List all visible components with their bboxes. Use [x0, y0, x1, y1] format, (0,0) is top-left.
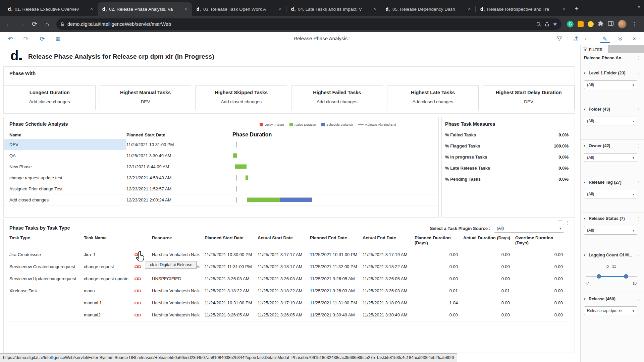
release-link-icon[interactable] [135, 301, 141, 306]
tab-close-icon[interactable]: × [89, 6, 94, 12]
redo-icon[interactable]: ↷ [21, 35, 30, 43]
phase-name-cell[interactable]: QA [4, 150, 126, 161]
phase-task-measures-panel: Phase Task Measures % Failed Tasks 0.0% … [441, 117, 575, 218]
section-title: Phase Tasks by Task Type [9, 225, 70, 231]
extensions-puzzle-icon[interactable] [598, 20, 604, 28]
phase-schedule-panel: Phase Schedule Analysis Delay In Start A… [3, 117, 439, 218]
card-longest-duration[interactable]: Longest Duration Add closed changes [4, 85, 96, 110]
release-status-select[interactable]: (All) ▾ [584, 226, 637, 235]
section-menu-icon[interactable]: ⋮ [636, 107, 642, 112]
phase-name-cell[interactable]: New Phase [4, 161, 126, 172]
tab-late-tasks-impact[interactable]: d 04. Late Tasks and its Impact. V × [286, 2, 381, 16]
bookmark-star-icon[interactable]: ★ [553, 21, 557, 27]
tab-close-icon[interactable]: × [277, 6, 283, 12]
release-select[interactable]: Release crp dpm xlr ▾ [584, 306, 637, 315]
col-planned-end: Planned End Date [310, 235, 363, 249]
measure-row: % Flagged Tasks 100.0% [442, 140, 575, 152]
chevron-down-icon[interactable]: ▼ [583, 298, 586, 301]
collapse-double-chevron-icon[interactable] [616, 35, 625, 43]
col-resource: Resource [152, 235, 205, 249]
section-menu-icon[interactable]: ⋮ [636, 216, 642, 221]
tab-close-icon[interactable]: × [372, 6, 377, 12]
level1-folder-select[interactable]: (All) ▾ [584, 80, 637, 89]
release-link-icon[interactable] [135, 265, 141, 270]
section-menu-icon[interactable]: ⋮ [636, 180, 642, 185]
plugin-source-row: Select a Task Plugin Source : (All) ▾ [430, 224, 564, 233]
col-task-type: Task Type [9, 235, 84, 249]
phase-name-cell[interactable]: Add closed changes [4, 194, 126, 205]
export-share-icon[interactable] [572, 35, 581, 43]
section-menu-icon[interactable]: ⋮ [636, 297, 642, 302]
folder-select[interactable]: (All) ▾ [584, 117, 637, 125]
schedule-table: Name Planned Start Date Phase Duration D… [4, 131, 438, 205]
back-button[interactable]: ← [3, 18, 15, 30]
report-grid-icon[interactable]: ▦ [54, 35, 62, 43]
zoom-icon[interactable] [536, 21, 541, 27]
share-icon[interactable] [544, 21, 550, 27]
release-tag-select[interactable]: (All) ▾ [584, 190, 637, 198]
tab-release-dependency-dash[interactable]: d 05. Release Dependency Dash × [381, 2, 475, 16]
chevron-down-icon[interactable]: ▼ [583, 108, 586, 111]
tab-close-icon[interactable]: × [561, 6, 567, 12]
section-menu-icon[interactable]: ⋮ [636, 71, 642, 76]
edit-pen-icon[interactable]: ✎ [600, 35, 609, 43]
chevron-down-icon[interactable]: ▼ [583, 217, 586, 220]
export-chevron-icon[interactable]: ▾ [581, 35, 590, 43]
refresh-icon[interactable]: ⟳ [38, 35, 47, 43]
card-highest-manual-tasks[interactable]: Highest Manual Tasks DEV [100, 85, 192, 110]
forward-button[interactable]: → [16, 18, 28, 30]
close-viewer-icon[interactable]: × [630, 35, 639, 43]
section-menu-icon[interactable]: ⋮ [636, 253, 642, 258]
plugin-source-select[interactable]: (All) ▾ [494, 224, 564, 233]
filter-section-folder: ▼ Folder (43) ⋮ (All) ▾ [581, 103, 644, 125]
col-link [135, 235, 152, 249]
grammarly-extension-icon[interactable]: G [567, 21, 574, 27]
tab-close-icon[interactable]: × [183, 6, 189, 12]
undo-icon[interactable]: ↶ [6, 35, 15, 43]
panel-menu-icon[interactable]: ⋮ [566, 220, 570, 225]
reload-button[interactable]: ⟳ [29, 18, 40, 30]
tab-close-icon[interactable]: × [467, 6, 472, 12]
task-row: manual 1 Harshita Venkatesh Naik 11/24/2… [9, 297, 568, 309]
extension-icon-orange[interactable] [578, 21, 584, 27]
card-highest-skipped-tasks[interactable]: Highest Skipped Tasks Add closed changes [195, 85, 287, 110]
owner-select[interactable]: (All) ▾ [584, 153, 637, 162]
phase-name-cell[interactable]: change request update test [4, 172, 126, 183]
release-link-icon[interactable] [135, 277, 141, 282]
extension-icon-yellow[interactable] [588, 21, 594, 27]
filter-funnel-icon[interactable] [555, 35, 564, 43]
chevron-down-icon[interactable]: ▼ [583, 181, 586, 184]
slider-handle-right[interactable] [624, 274, 628, 279]
lock-icon[interactable] [60, 22, 64, 26]
tab-release-task-open-work[interactable]: d 03. Release Task Open Work A × [192, 2, 286, 16]
tab-search-icon[interactable]: ▾ [638, 5, 640, 9]
profile-avatar[interactable] [618, 20, 627, 28]
lagging-slider[interactable] [586, 274, 637, 279]
card-highest-start-delay[interactable]: Highest Start Delay Duration DEV [483, 85, 575, 110]
card-highest-failed-tasks[interactable]: Highest Failed Tasks Add closed changes [291, 85, 383, 110]
tab-release-executive-overview[interactable]: d 01. Release Executive Overviev × [3, 2, 98, 16]
chevron-down-icon[interactable]: ▼ [583, 72, 586, 75]
home-button[interactable]: ⌂ [42, 18, 53, 30]
browser-menu-icon[interactable]: ⋮ [631, 21, 639, 27]
filter-funnel-icon [583, 47, 587, 53]
lagging-range-value: 0 - 11 [586, 264, 637, 268]
section-menu-icon[interactable]: ⋮ [636, 143, 642, 148]
side-panel-icon[interactable] [608, 20, 614, 28]
phase-name-cell[interactable]: DEV [4, 139, 126, 150]
release-link-icon[interactable] [135, 289, 141, 294]
chevron-down-icon[interactable]: ▼ [583, 144, 586, 147]
tab-release-retrospective[interactable]: d Release Retrospective and Tre × [476, 2, 570, 16]
filter-panel: FILTER Release Phase An... ⋮ ▼ Level 1 F… [580, 45, 644, 362]
phase-name-cell[interactable]: Assignee Prior change Test [4, 183, 126, 194]
slider-handle-left[interactable] [597, 274, 601, 279]
address-bar[interactable]: demo.digital.ai/IntelligenceWeb/servlet/… [56, 18, 561, 30]
chevron-down-icon[interactable]: ▼ [583, 254, 586, 257]
card-highest-late-tasks[interactable]: Highest Late Tasks Add closed changes [387, 85, 479, 110]
section-menu-icon[interactable]: ⋮ [636, 55, 642, 60]
new-tab-button[interactable]: + [572, 4, 581, 14]
measure-row: % Late Release Tasks 0.0% [442, 163, 575, 174]
release-link-icon[interactable] [135, 313, 141, 318]
tab-release-phase-analysis[interactable]: d 02. Release Phase Analysis. Va × [98, 2, 192, 16]
tasks-table: Task Type Task Name Resource Planned Sta… [9, 235, 568, 321]
